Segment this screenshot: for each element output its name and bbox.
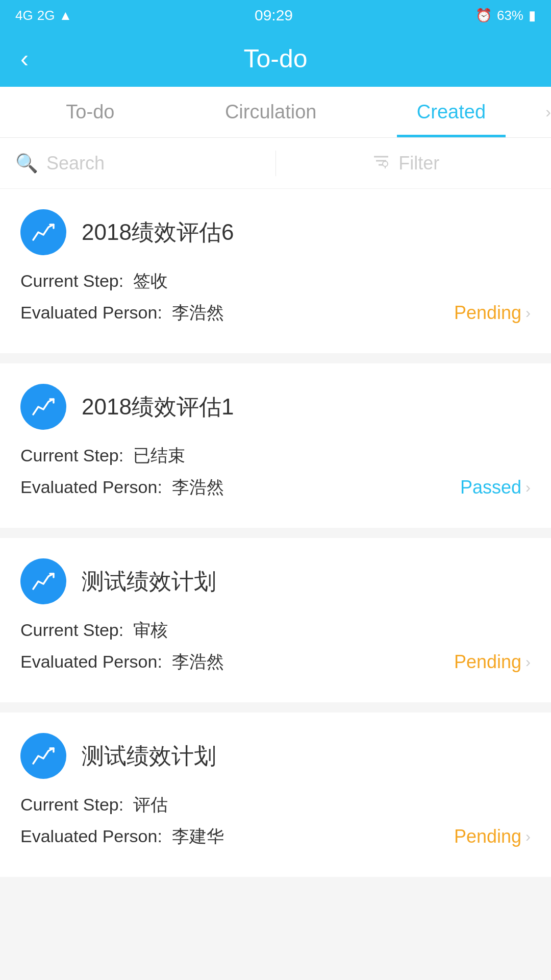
item-title: 测试绩效计划	[82, 741, 216, 771]
item-header: 测试绩效计划	[20, 558, 531, 604]
filter-section[interactable]: Filter	[276, 152, 536, 175]
search-icon: 🔍	[15, 153, 38, 174]
signal-2g: 2G	[37, 8, 55, 23]
tab-todo[interactable]: To-do	[0, 87, 181, 137]
item-details: Current Step: 审核 Evaluated Person: 李浩然 P…	[20, 619, 531, 674]
current-step-label: Current Step: 评估	[20, 793, 168, 817]
current-step-label: Current Step: 已结束	[20, 444, 185, 468]
item-icon	[20, 384, 66, 430]
status-badge[interactable]: Pending ›	[454, 302, 531, 324]
current-step-label: Current Step: 审核	[20, 619, 168, 642]
chevron-right-icon: ›	[525, 828, 531, 845]
back-button[interactable]: ‹	[20, 46, 29, 71]
detail-row-step: Current Step: 审核	[20, 619, 531, 642]
detail-row-step: Current Step: 签收	[20, 270, 531, 293]
status-badge[interactable]: Passed ›	[460, 477, 531, 498]
item-header: 2018绩效评估6	[20, 209, 531, 255]
status-bar: 4G 2G ▲ 09:29 ⏰ 63% ▮	[0, 0, 551, 31]
item-header: 2018绩效评估1	[20, 384, 531, 430]
search-placeholder: Search	[46, 153, 105, 174]
signal-indicators: 4G 2G ▲	[15, 8, 72, 23]
tab-created[interactable]: Created	[361, 87, 542, 137]
chevron-right-icon: ›	[525, 653, 531, 671]
list-item: 2018绩效评估1 Current Step: 已结束 Evaluated Pe…	[0, 363, 551, 528]
battery-percent: 63%	[497, 8, 523, 23]
status-badge[interactable]: Pending ›	[454, 826, 531, 847]
detail-row-step: Current Step: 已结束	[20, 444, 531, 468]
list-item: 测试绩效计划 Current Step: 评估 Evaluated Person…	[0, 713, 551, 877]
evaluated-person-label: Evaluated Person: 李浩然	[20, 301, 224, 325]
item-details: Current Step: 评估 Evaluated Person: 李建华 P…	[20, 793, 531, 848]
header: ‹ To-do	[0, 31, 551, 87]
item-icon	[20, 733, 66, 779]
battery-indicators: ⏰ 63% ▮	[475, 8, 536, 23]
filter-icon	[372, 152, 390, 175]
item-title: 2018绩效评估1	[82, 392, 234, 422]
item-title: 2018绩效评估6	[82, 217, 234, 248]
time-display: 09:29	[255, 7, 293, 24]
detail-row-person: Evaluated Person: 李浩然 Pending ›	[20, 301, 531, 325]
detail-row-person: Evaluated Person: 李建华 Pending ›	[20, 825, 531, 848]
search-bar: 🔍 Search Filter	[0, 138, 551, 189]
status-badge[interactable]: Pending ›	[454, 651, 531, 673]
detail-row-step: Current Step: 评估	[20, 793, 531, 817]
page-title: To-do	[243, 44, 307, 74]
item-title: 测试绩效计划	[82, 567, 216, 597]
detail-row-person: Evaluated Person: 李浩然 Passed ›	[20, 476, 531, 499]
battery-icon: ▮	[529, 8, 536, 23]
search-section[interactable]: 🔍 Search	[15, 153, 276, 174]
evaluated-person-label: Evaluated Person: 李浩然	[20, 650, 224, 674]
tab-bar: To-do Circulation Created ›	[0, 87, 551, 138]
wifi-icon: ▲	[59, 8, 72, 23]
signal-4g: 4G	[15, 8, 33, 23]
chevron-right-icon: ›	[525, 304, 531, 322]
detail-row-person: Evaluated Person: 李浩然 Pending ›	[20, 650, 531, 674]
current-step-label: Current Step: 签收	[20, 270, 168, 293]
chevron-right-icon: ›	[525, 479, 531, 496]
tab-circulation[interactable]: Circulation	[181, 87, 361, 137]
tab-more-arrow: ›	[545, 103, 551, 121]
evaluated-person-label: Evaluated Person: 李浩然	[20, 476, 224, 499]
item-header: 测试绩效计划	[20, 733, 531, 779]
item-details: Current Step: 签收 Evaluated Person: 李浩然 P…	[20, 270, 531, 325]
filter-label: Filter	[398, 153, 439, 174]
evaluated-person-label: Evaluated Person: 李建华	[20, 825, 224, 848]
item-details: Current Step: 已结束 Evaluated Person: 李浩然 …	[20, 444, 531, 499]
item-icon	[20, 209, 66, 255]
list-item: 测试绩效计划 Current Step: 审核 Evaluated Person…	[0, 538, 551, 702]
item-icon	[20, 558, 66, 604]
alarm-icon: ⏰	[475, 8, 492, 23]
list-item: 2018绩效评估6 Current Step: 签收 Evaluated Per…	[0, 189, 551, 353]
svg-point-3	[383, 161, 388, 166]
